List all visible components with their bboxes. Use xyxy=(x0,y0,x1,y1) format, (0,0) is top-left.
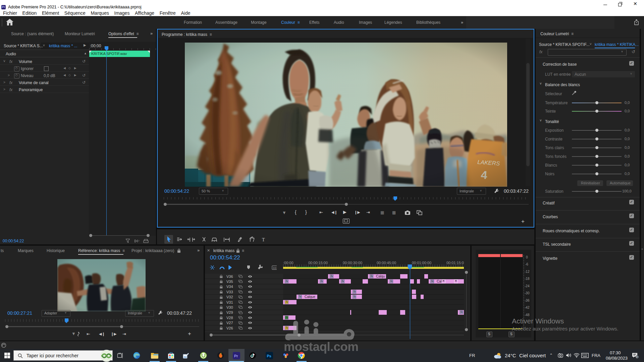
svg-text:♪: ♪ xyxy=(138,239,140,242)
svg-text:Ps: Ps xyxy=(267,354,271,358)
svg-text:T: T xyxy=(262,237,265,242)
svg-text:1: 1 xyxy=(637,355,638,359)
svg-text:Pr: Pr xyxy=(234,354,238,358)
svg-text:CC: CC xyxy=(273,266,277,269)
